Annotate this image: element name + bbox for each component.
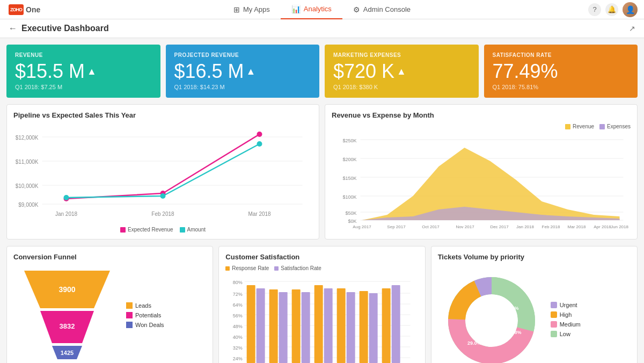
medium-color [551, 321, 557, 328]
nav-adminconsole[interactable]: ⚙ Admin Console [342, 0, 421, 19]
svg-rect-64 [279, 292, 288, 363]
svg-point-15 [160, 193, 166, 199]
svg-rect-61 [247, 285, 255, 363]
svg-rect-74 [392, 285, 400, 363]
pipeline-chart-title: Pipeline vs Expected Sales This Year [13, 111, 312, 119]
amount-dot [180, 227, 185, 233]
svg-text:Feb 2018: Feb 2018 [542, 224, 560, 229]
main-content: REVENUE $15.5 M ▲ Q1 2018: $7.25 M PROJE… [0, 38, 644, 363]
page-title-row: ← Executive Dashboard [9, 24, 109, 33]
svg-text:Jun 2018: Jun 2018 [611, 224, 628, 229]
donut-legend: Urgent High Medium Low [551, 302, 581, 337]
svg-text:64%: 64% [233, 302, 243, 308]
funnel-leads-legend: Leads [126, 302, 164, 309]
logo[interactable]: ZOHO One [0, 4, 49, 15]
svg-point-14 [64, 195, 69, 200]
funnel-potentials-legend: Potentials [126, 312, 164, 318]
svg-text:32%: 32% [233, 345, 243, 351]
svg-text:$50K: $50K [345, 210, 356, 216]
funnel-container: 3900 3832 1425 Leads Potentials [13, 265, 206, 363]
kpi-row: REVENUE $15.5 M ▲ Q1 2018: $7.25 M PROJE… [6, 45, 638, 98]
funnel-wondeals-legend: Won Deals [126, 322, 164, 328]
svg-point-13 [257, 132, 262, 137]
svg-rect-65 [292, 289, 301, 363]
svg-text:Mar 2018: Mar 2018 [568, 224, 586, 229]
svg-text:6.7%: 6.7% [508, 306, 519, 311]
analytics-icon: 📊 [291, 5, 301, 13]
medium-legend: Medium [551, 321, 581, 328]
adminconsole-icon: ⚙ [353, 5, 360, 14]
nav-analytics[interactable]: 📊 Analytics [281, 0, 342, 19]
legend-amount: Amount [180, 227, 206, 233]
svg-text:3832: 3832 [60, 322, 75, 330]
funnel-legend: Leads Potentials Won Deals [126, 302, 164, 328]
notifications-icon[interactable]: 🔔 [605, 3, 618, 16]
funnel-chart-card: Conversion Funnel 3900 3832 1425 [6, 246, 213, 363]
svg-rect-67 [314, 285, 323, 363]
funnel-svg: 3900 3832 1425 [13, 265, 121, 363]
high-legend: High [551, 311, 581, 318]
svg-text:$0K: $0K [348, 219, 356, 224]
svg-text:$9,000K: $9,000K [18, 202, 39, 208]
back-button[interactable]: ← [9, 24, 17, 33]
svg-text:72%: 72% [233, 292, 243, 297]
svg-rect-72 [369, 293, 378, 363]
svg-rect-63 [269, 289, 278, 363]
satisfaction-chart-title: Customer Satisfaction [225, 253, 418, 261]
svg-rect-71 [360, 291, 368, 363]
nav-center: ⊞ My Apps 📊 Analytics ⚙ Admin Console [223, 0, 421, 19]
svg-text:24%: 24% [233, 356, 243, 361]
svg-text:1425: 1425 [61, 350, 74, 356]
donut-container: 46.5% 6.7% 17.8% 29.0% Urgent High [438, 265, 631, 363]
user-avatar[interactable]: 👤 [623, 2, 638, 17]
svg-rect-68 [324, 288, 333, 363]
leads-color [126, 302, 133, 309]
urgent-legend: Urgent [551, 302, 581, 308]
satisfaction-chart-card: Customer Satisfaction Response Rate Sati… [218, 246, 425, 363]
svg-text:3900: 3900 [58, 285, 75, 294]
svg-text:$250K: $250K [342, 138, 356, 143]
svg-text:46.5%: 46.5% [477, 297, 491, 303]
svg-rect-69 [337, 288, 346, 363]
charts-row-1: Pipeline vs Expected Sales This Year $12… [6, 104, 638, 239]
response-rate-legend: Response Rate [225, 265, 269, 271]
pipeline-chart-card: Pipeline vs Expected Sales This Year $12… [6, 104, 319, 239]
satisfaction-rate-legend: Satisfaction Rate [274, 265, 321, 271]
svg-text:$200K: $200K [342, 157, 356, 162]
nav-myapps[interactable]: ⊞ My Apps [223, 0, 281, 19]
urgent-color [551, 302, 557, 308]
funnel-chart-title: Conversion Funnel [13, 253, 206, 261]
svg-text:40%: 40% [233, 335, 243, 340]
svg-text:$100K: $100K [342, 194, 356, 200]
revenue-chart-svg: $250K $200K $150K $100K $50K $0K Aug 201… [332, 132, 631, 231]
myapps-icon: ⊞ [233, 5, 240, 14]
svg-text:Apr 2018: Apr 2018 [594, 224, 611, 229]
expenses-color-dot [599, 124, 605, 129]
svg-point-87 [467, 296, 516, 345]
help-icon[interactable]: ? [588, 3, 601, 16]
revenue-chart-title: Revenue vs Expense by Month [332, 111, 631, 119]
response-color-dot [225, 266, 230, 271]
tickets-chart-card: Tickets Volume by priority [431, 246, 638, 363]
svg-text:Nov 2017: Nov 2017 [456, 224, 474, 229]
svg-point-16 [257, 141, 262, 147]
satisfaction-color-dot [274, 266, 279, 271]
svg-text:$10,000K: $10,000K [16, 183, 39, 189]
low-legend: Low [551, 331, 581, 337]
svg-text:80%: 80% [233, 280, 243, 285]
page-header: ← Executive Dashboard ↗ [0, 19, 644, 38]
revenue-legend-item: Revenue [565, 124, 594, 129]
kpi-marketing-expenses: MARKETING EXPENSES $720 K ▲ Q1 2018: $38… [325, 45, 479, 98]
svg-text:Jan 2018: Jan 2018 [516, 224, 534, 229]
svg-text:$150K: $150K [342, 176, 356, 181]
expenses-legend-item: Expenses [599, 124, 631, 129]
wondeals-color [126, 322, 133, 328]
svg-text:48%: 48% [233, 324, 243, 329]
svg-rect-66 [302, 292, 310, 363]
high-color [551, 311, 557, 318]
nav-right: ? 🔔 👤 [588, 2, 644, 17]
kpi-revenue: REVENUE $15.5 M ▲ Q1 2018: $7.25 M [6, 45, 160, 98]
kpi-projected-revenue: PROJECTED REVENUE $16.5 M ▲ Q1 2018: $14… [166, 45, 320, 98]
legend-expected-revenue: Expected Revenue [120, 227, 173, 233]
external-link-icon[interactable]: ↗ [629, 24, 635, 33]
